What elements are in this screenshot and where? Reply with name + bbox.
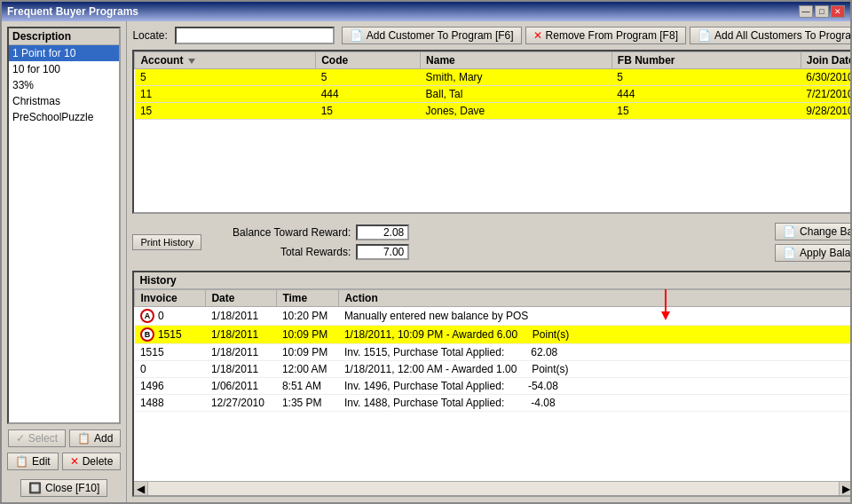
- left-panel: Description 1 Point for 10 10 for 100 33…: [2, 21, 127, 502]
- history-inner: History Invoice Date Time Action: [134, 272, 850, 495]
- scroll-track[interactable]: [148, 482, 838, 496]
- hist-invoice-4: 1496: [135, 378, 206, 395]
- list-item-0[interactable]: 1 Point for 10: [9, 45, 119, 61]
- customer-name-0: Smith, Mary: [421, 69, 612, 86]
- list-header: Description: [9, 28, 119, 45]
- hist-col-time: Time: [277, 290, 339, 307]
- hist-time-5: 1:35 PM: [277, 395, 339, 412]
- list-action-buttons: ✓ Select 📋 Add: [7, 429, 121, 447]
- edit-list-button[interactable]: 📋 Edit: [7, 453, 59, 470]
- window-body: Description 1 Point for 10 10 for 100 33…: [2, 21, 850, 502]
- hist-time-2: 10:09 PM: [277, 344, 339, 361]
- svg-marker-1: [661, 311, 670, 320]
- customers-table: Account Code Name FB Number Join Date 5 …: [134, 51, 850, 120]
- close-button-area: 🔲 Close [F10]: [7, 479, 121, 497]
- balance-info: Balance Toward Reward: 2.08 Total Reward…: [209, 224, 768, 260]
- remove-icon: ✕: [533, 29, 542, 42]
- list-item-3[interactable]: Christmas: [9, 93, 119, 109]
- hist-invoice-5: 1488: [135, 395, 206, 412]
- right-panel: Locate: 📄 Add Customer To Program [F6] ✕…: [127, 21, 850, 502]
- remove-from-button[interactable]: ✕ Remove From Program [F8]: [525, 27, 686, 44]
- top-bar: Locate: 📄 Add Customer To Program [F6] ✕…: [132, 27, 850, 44]
- customer-name-2: Jones, Dave: [421, 103, 612, 120]
- hist-col-invoice: Invoice: [135, 290, 206, 307]
- change-balance-button[interactable]: 📄 Change Balance [F5]: [775, 223, 850, 240]
- history-row-5[interactable]: 1488 12/27/2010 1:35 PM Inv. 1488, Purch…: [135, 395, 850, 412]
- customer-row-0[interactable]: 5 5 Smith, Mary 5 6/30/2010: [135, 69, 850, 86]
- hist-invoice-3: 0: [135, 361, 206, 378]
- customer-name-1: Ball, Tal: [421, 86, 612, 103]
- add-all-icon: 📄: [698, 29, 711, 42]
- history-row-4[interactable]: 1496 1/06/2011 8:51 AM Inv. 1496, Purcha…: [135, 378, 850, 395]
- hist-time-0: 10:20 PM: [277, 307, 339, 326]
- minimize-button[interactable]: —: [799, 5, 813, 18]
- history-table: Invoice Date Time Action: [134, 289, 850, 412]
- balance-controls: Print History Balance Toward Reward: 2.0…: [132, 219, 850, 265]
- print-history-button[interactable]: Print History: [132, 234, 201, 250]
- change-balance-icon: 📄: [783, 225, 796, 238]
- add-all-button[interactable]: 📄 Add All Customers To Program [F9]: [690, 27, 850, 44]
- customer-account-1: 11: [135, 86, 316, 103]
- balance-buttons: 📄 Change Balance [F5] 📄 Apply Balance [F…: [775, 223, 850, 262]
- history-scroll[interactable]: Invoice Date Time Action: [134, 289, 850, 481]
- history-header: History: [134, 272, 850, 289]
- balance-toward-row: Balance Toward Reward: 2.08: [209, 224, 768, 240]
- add-icon: 📋: [77, 432, 91, 445]
- select-button[interactable]: ✓ Select: [8, 429, 66, 447]
- delete-button[interactable]: ✕ Delete: [62, 453, 122, 470]
- locate-label: Locate:: [132, 29, 167, 42]
- scroll-right-button[interactable]: ▶: [839, 482, 850, 496]
- total-rewards-row: Total Rewards: 7.00: [209, 244, 768, 260]
- close-button[interactable]: ✕: [831, 5, 845, 18]
- history-row-0[interactable]: A 0 1/18/2011 10:20 PM Manually entered …: [135, 307, 850, 326]
- history-horizontal-scrollbar: ◀ ▶: [134, 481, 850, 495]
- hist-date-0: 1/18/2011: [206, 307, 277, 326]
- customer-date-0: 6/30/2010: [801, 69, 850, 86]
- history-row-3[interactable]: 0 1/18/2011 12:00 AM 1/18/2011, 12:00 AM…: [135, 361, 850, 378]
- col-join-date: Join Date: [801, 52, 850, 69]
- customer-code-0: 5: [316, 69, 421, 86]
- hist-invoice-1: B 1515: [135, 326, 206, 344]
- customer-code-1: 444: [316, 86, 421, 103]
- add-customer-button[interactable]: 📄 Add Customer To Program [F6]: [342, 27, 522, 44]
- scroll-left-button[interactable]: ◀: [134, 482, 148, 496]
- list-item-1[interactable]: 10 for 100: [9, 61, 119, 77]
- col-code: Code: [316, 52, 421, 69]
- hist-invoice-2: 1515: [135, 344, 206, 361]
- customer-fb-1: 444: [611, 86, 801, 103]
- history-row-2[interactable]: 1515 1/18/2011 10:09 PM Inv. 1515, Purch…: [135, 344, 850, 361]
- add-button[interactable]: 📋 Add: [69, 429, 121, 447]
- edit-icon: 📋: [15, 455, 28, 468]
- maximize-button[interactable]: □: [815, 5, 829, 18]
- hist-action-4: Inv. 1496, Purchase Total Applied: -54.0…: [339, 378, 850, 395]
- list-item-4[interactable]: PreSchoolPuzzle: [9, 109, 119, 125]
- hist-action-1: 1/18/2011, 10:09 PM - Awarded 6.00 Point…: [339, 326, 850, 344]
- hist-col-action: Action: [339, 290, 850, 307]
- balance-toward-label: Balance Toward Reward:: [209, 226, 351, 239]
- col-account: Account: [135, 52, 316, 69]
- hist-time-1: 10:09 PM: [277, 326, 339, 344]
- locate-input[interactable]: [175, 27, 335, 44]
- apply-balance-button[interactable]: 📄 Apply Balance [F4]: [775, 244, 850, 262]
- hist-action-5: Inv. 1488, Purchase Total Applied: -4.08: [339, 395, 850, 412]
- hist-date-2: 1/18/2011: [206, 344, 277, 361]
- customer-row-1[interactable]: 11 444 Ball, Tal 444 7/21/2010: [135, 86, 850, 103]
- history-section: History Invoice Date Time Action: [132, 271, 850, 497]
- customer-row-2[interactable]: 15 15 Jones, Dave 15 9/28/2010: [135, 103, 850, 120]
- close-f10-button[interactable]: 🔲 Close [F10]: [20, 479, 107, 497]
- list-item-2[interactable]: 33%: [9, 77, 119, 93]
- hist-action-3: 1/18/2011, 12:00 AM - Awarded 1.00 Point…: [339, 361, 850, 378]
- hist-invoice-0: A 0: [135, 307, 206, 326]
- customers-scroll[interactable]: Account Code Name FB Number Join Date 5 …: [134, 51, 850, 212]
- badge-b: B: [140, 327, 154, 342]
- list-edit-delete-buttons: 📋 Edit ✕ Delete: [7, 453, 121, 470]
- program-list[interactable]: Description 1 Point for 10 10 for 100 33…: [7, 27, 121, 424]
- hist-time-3: 12:00 AM: [277, 361, 339, 378]
- hist-col-date: Date: [206, 290, 277, 307]
- history-row-1[interactable]: B 1515 1/18/2011 10:09 PM 1/18/2011, 10:…: [135, 326, 850, 344]
- customer-date-1: 7/21/2010: [801, 86, 850, 103]
- apply-balance-icon: 📄: [783, 247, 796, 259]
- hist-date-1: 1/18/2011: [206, 326, 277, 344]
- toolbar-buttons: 📄 Add Customer To Program [F6] ✕ Remove …: [342, 27, 850, 44]
- hist-action-0: Manually entered new balance by POS: [339, 307, 850, 326]
